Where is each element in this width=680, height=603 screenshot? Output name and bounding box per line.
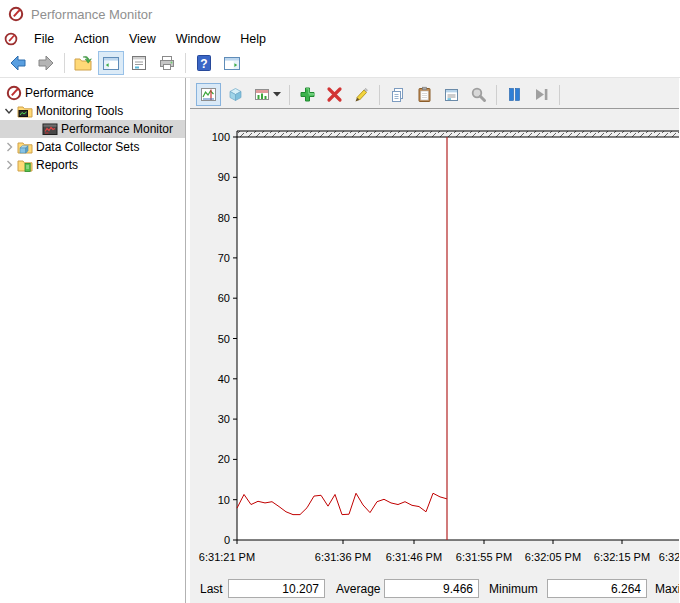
x-tick-label: 6:32:15 PM [594, 551, 650, 563]
perfmon-gauge-icon [4, 32, 18, 46]
add-counter-button[interactable] [295, 83, 320, 106]
tree-item-monitoring-tools[interactable]: Monitoring Tools [0, 102, 185, 120]
chart-toolbar [190, 78, 679, 109]
chevron-collapsed-icon[interactable] [2, 159, 16, 171]
perfmon-gauge-icon [5, 85, 22, 101]
console-tree-panel: Performance Monitoring Tools [0, 78, 186, 603]
zoom-button[interactable] [466, 83, 491, 106]
properties-button[interactable] [439, 83, 464, 106]
delete-counter-icon [326, 86, 343, 103]
value-bar: Last 10.207 Average 9.466 Minimum 6.264 … [190, 575, 679, 603]
view-log-data-icon [227, 86, 244, 103]
back-button[interactable] [5, 51, 31, 75]
x-tick-label: 6:31:55 PM [456, 551, 512, 563]
y-tick-label: 20 [218, 453, 230, 465]
properties-window-icon [129, 53, 149, 73]
print-button[interactable] [154, 51, 180, 75]
export-folder-icon [73, 53, 93, 73]
add-counter-icon [299, 86, 316, 103]
tree-item-data-collector-sets[interactable]: Data Collector Sets [0, 138, 185, 156]
change-graph-type-button[interactable] [250, 83, 284, 106]
paste-counter-list-button[interactable] [412, 83, 437, 106]
y-tick-label: 80 [218, 212, 230, 224]
y-tick-label: 40 [218, 373, 230, 385]
chart-panel: 01020304050607080901006:31:21 PM6:31:36 … [190, 78, 679, 603]
x-tick-label: 6:31:36 PM [315, 551, 371, 563]
toolbar-separator [289, 85, 290, 105]
toolbar-separator [379, 85, 380, 105]
view-current-activity-icon [200, 86, 217, 103]
x-tick-label: 6:31:21 PM [199, 551, 255, 563]
help-button[interactable]: ? [191, 51, 217, 75]
forward-arrow-icon [36, 53, 56, 73]
y-tick-label: 50 [218, 333, 230, 345]
performance-monitor-icon [41, 121, 58, 137]
freeze-display-button[interactable] [502, 83, 527, 106]
menu-item-help[interactable]: Help [230, 30, 276, 48]
properties-window-button[interactable] [126, 51, 152, 75]
perfmon-gauge-icon [8, 6, 24, 22]
last-label: Last [200, 582, 223, 596]
performance-monitor-window: Performance Monitor File Action View Win… [0, 0, 680, 603]
main-toolbar: ? [0, 49, 680, 78]
plot-area [237, 137, 679, 540]
view-log-data-button[interactable] [223, 83, 248, 106]
update-data-button[interactable] [529, 83, 554, 106]
dropdown-caret-icon [273, 92, 281, 97]
menu-item-window[interactable]: Window [166, 30, 230, 48]
tree-item-label: Reports [33, 157, 81, 173]
update-data-icon [533, 86, 550, 103]
chevron-expanded-icon[interactable] [2, 105, 16, 117]
toolbar-separator [496, 85, 497, 105]
tree-item-reports[interactable]: Reports [0, 156, 185, 174]
copy-properties-button[interactable] [385, 83, 410, 106]
tree-item-label: Data Collector Sets [33, 139, 142, 155]
x-tick-label: 6:31:46 PM [386, 551, 442, 563]
menu-item-view[interactable]: View [119, 30, 166, 48]
x-tick-label: 6:32:25 PM [659, 551, 679, 563]
console-tree-toggle-button[interactable] [98, 51, 124, 75]
copy-properties-icon [389, 86, 406, 103]
forward-button[interactable] [33, 51, 59, 75]
tree-item-label: Performance [22, 85, 97, 101]
monitoring-tools-folder-icon [16, 103, 33, 119]
tree-item-label: Monitoring Tools [33, 103, 126, 119]
change-graph-type-icon [254, 87, 270, 102]
y-tick-label: 0 [224, 534, 230, 546]
export-folder-button[interactable] [70, 51, 96, 75]
action-pane-toggle-button[interactable] [219, 51, 245, 75]
highlight-button[interactable] [349, 83, 374, 106]
y-tick-label: 90 [218, 171, 230, 183]
chart-region: 01020304050607080901006:31:21 PM6:31:36 … [190, 109, 679, 575]
menu-item-action[interactable]: Action [64, 30, 119, 48]
toolbar-separator [185, 53, 186, 73]
last-value-field: 10.207 [228, 579, 325, 598]
console-tree-toggle-icon [101, 53, 121, 73]
action-pane-toggle-icon [222, 53, 242, 73]
view-current-activity-button[interactable] [196, 83, 221, 106]
freeze-display-icon [506, 86, 523, 103]
chevron-collapsed-icon[interactable] [2, 141, 16, 153]
performance-chart: 01020304050607080901006:31:21 PM6:31:36 … [190, 109, 679, 575]
properties-icon [443, 86, 460, 103]
menu-bar: File Action View Window Help [0, 28, 680, 49]
y-tick-label: 30 [218, 413, 230, 425]
tree-item-label: Performance Monitor [58, 121, 176, 137]
back-arrow-icon [8, 53, 28, 73]
paste-counter-list-icon [416, 86, 433, 103]
tree-item-performance[interactable]: Performance [0, 84, 185, 102]
y-tick-label: 100 [212, 131, 230, 143]
delete-counter-button[interactable] [322, 83, 347, 106]
window-title: Performance Monitor [31, 7, 152, 22]
menu-item-file[interactable]: File [24, 30, 64, 48]
y-tick-label: 60 [218, 292, 230, 304]
minimum-label: Minimum [489, 582, 538, 596]
tree-item-performance-monitor[interactable]: Performance Monitor [0, 120, 186, 138]
x-tick-label: 6:32:05 PM [525, 551, 581, 563]
y-tick-label: 70 [218, 252, 230, 264]
toolbar-separator [64, 53, 65, 73]
average-value-field: 9.466 [384, 579, 479, 598]
toolbar-separator [559, 85, 560, 105]
help-icon: ? [194, 53, 214, 73]
zoom-icon [470, 86, 487, 103]
